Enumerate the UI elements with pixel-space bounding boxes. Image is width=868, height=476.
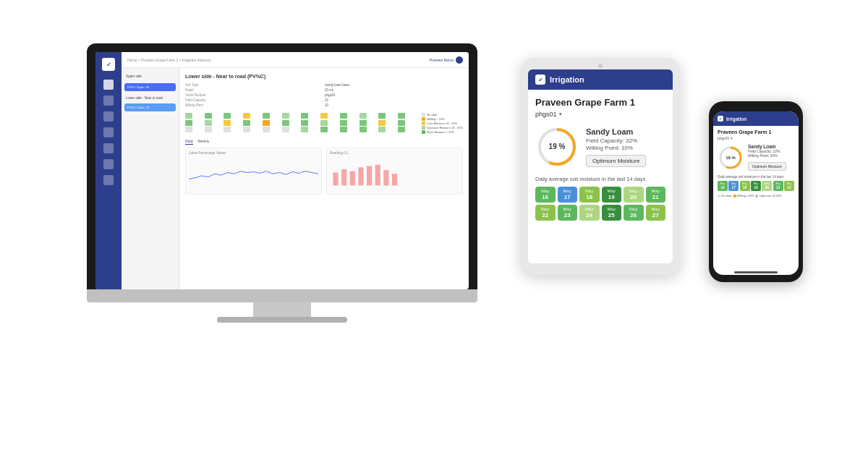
tablet-optimum-btn[interactable]: Optimum Moisture xyxy=(586,155,646,167)
tablet-farm-title: Praveen Grape Farm 1 xyxy=(535,97,665,108)
sidebar-icon-5[interactable] xyxy=(103,143,114,153)
sidebar-icon-2[interactable] xyxy=(103,95,114,106)
imac-bar-chart-box: Readings Di... xyxy=(326,148,463,195)
tablet-day-21[interactable]: May 21 xyxy=(646,187,666,203)
sidebar-icon-3[interactable] xyxy=(103,111,114,122)
tablet-day-18-month: May xyxy=(581,189,598,193)
imac-card-2[interactable]: PV%C Depth: 20 xyxy=(124,103,176,111)
tablet-day-25-month: May xyxy=(603,207,621,211)
cal-cell xyxy=(398,113,405,119)
cal-cell xyxy=(320,127,328,132)
scene: ✓ Home > Praveen Grape Farm 1 > Irrigati… xyxy=(0,0,868,476)
phone-logo: ✓ xyxy=(718,116,723,122)
svg-rect-1 xyxy=(341,169,346,185)
tablet-camera xyxy=(598,64,603,68)
svg-rect-3 xyxy=(358,167,363,185)
phone-day-22[interactable]: May 22 xyxy=(784,181,794,191)
tablet-day-27[interactable]: May 27 xyxy=(646,205,666,221)
cal-cell xyxy=(205,120,212,126)
legend-item-less: Less Moisture 10 - 16% xyxy=(422,122,463,125)
imac-line-chart-box: Latest Percentage Values xyxy=(185,148,322,195)
cal-cell xyxy=(263,113,270,119)
tablet-content: Praveen Grape Farm 1 phgs01 ▾ xyxy=(528,90,673,228)
phone-day-19[interactable]: May 19 xyxy=(751,181,761,191)
phone-legend-label-wilting: Wilting <10% xyxy=(737,194,754,197)
tablet-logo-check: ✓ xyxy=(538,77,543,83)
legend-label-less: Less Moisture 10 - 16% xyxy=(427,122,457,125)
imac-tab-upper[interactable]: Upper side xyxy=(124,72,176,80)
phone-day-16[interactable]: May 16 xyxy=(718,181,728,191)
svg-rect-7 xyxy=(392,174,397,185)
legend-label-optimum: Optimum Moisture 16 - 22% xyxy=(427,126,463,129)
phone-legend-wilting: Wilting <10% xyxy=(733,194,754,197)
cal-cell xyxy=(185,120,192,126)
cal-cell xyxy=(263,127,270,132)
tablet-day-23[interactable]: May 23 xyxy=(558,205,578,221)
legend-item-nodata: No data xyxy=(422,113,463,116)
imac-device: ✓ Home > Praveen Grape Farm 1 > Irrigati… xyxy=(87,43,477,323)
tablet-soil-name: Sandy Loam xyxy=(586,127,665,136)
imac-label-depth: Depth xyxy=(185,88,323,92)
tablet-day-18[interactable]: May 18 xyxy=(579,187,600,203)
imac-logo: ✓ xyxy=(102,58,115,71)
phone-topbar: ✓ Irrigation xyxy=(713,111,799,126)
tablet-day-16[interactable]: May 16 xyxy=(535,187,556,203)
imac-sidebar: ✓ xyxy=(95,52,122,289)
tablet-day-19-month: May xyxy=(603,189,621,193)
tablet-day-26-month: May xyxy=(625,207,642,211)
tablet-dropdown[interactable]: phgs01 ▾ xyxy=(535,111,665,118)
cal-cell xyxy=(398,127,405,132)
phone-day-18[interactable]: May 18 xyxy=(740,181,750,191)
imac-line-chart-title: Latest Percentage Values xyxy=(189,151,318,155)
cal-cell xyxy=(301,113,308,119)
tablet-gauge-label: 19 % xyxy=(549,143,566,151)
tablet-dropdown-val: phgs01 xyxy=(535,111,557,118)
tab-daily[interactable]: Daily xyxy=(185,139,193,145)
tablet-logo: ✓ xyxy=(535,75,545,85)
imac-content: Upper side PV%C Depth: 20 Lower side - N… xyxy=(122,68,469,289)
imac-val-soil: sandy loam base xyxy=(325,83,463,87)
phone-screen: ✓ Irrigation Praveen Grape Farm 1 phgs01… xyxy=(713,111,799,275)
tablet-day-26[interactable]: May 26 xyxy=(624,205,644,221)
phone-optimum-btn[interactable]: Optimum Moisture xyxy=(748,162,786,171)
phone-d21-v: 21 xyxy=(774,185,783,190)
sidebar-icon-4[interactable] xyxy=(103,127,114,137)
tablet-soil-info: Sandy Loam Field Capacity: 22% Wilting P… xyxy=(586,127,665,167)
phone-dropdown[interactable]: phgs01 ▾ xyxy=(718,136,794,140)
svg-rect-2 xyxy=(350,171,355,186)
tablet-day-20-month: May xyxy=(625,189,642,193)
cal-cell xyxy=(224,113,231,119)
tablet-day-23-month: May xyxy=(559,207,576,211)
tablet-day-17[interactable]: May 17 xyxy=(558,187,578,203)
tab-weekly[interactable]: Weekly xyxy=(197,139,209,145)
sidebar-icon-7[interactable] xyxy=(103,175,114,185)
tablet-day-20[interactable]: May 20 xyxy=(624,187,644,203)
tablet-day-19[interactable]: May 19 xyxy=(602,187,622,203)
phone-day-21[interactable]: May 21 xyxy=(773,181,783,191)
tablet-day-22[interactable]: May 22 xyxy=(535,205,556,221)
phone-soil-info: Sandy Loam Field Capacity: 22% Wilting P… xyxy=(748,144,794,171)
phone-day-20[interactable]: May 20 xyxy=(762,181,772,191)
imac-legend: No data Wilting < 10% Less Moisture 10 -… xyxy=(422,113,463,135)
cal-cell xyxy=(340,120,347,126)
imac-val-fc: 22 xyxy=(325,98,463,102)
imac-tab-lower[interactable]: Lower side - Near to road xyxy=(124,94,176,102)
phone-farm-title: Praveen Grape Farm 1 xyxy=(718,129,794,135)
sidebar-icon-1[interactable] xyxy=(103,80,114,90)
tablet-day-25[interactable]: May 25 xyxy=(602,205,622,221)
cal-cell xyxy=(301,127,308,132)
phone-soil-row: 19 % Sandy Loam Field Capacity: 22% Wilt… xyxy=(718,144,794,171)
phone-wilting-point: Wilting Point: 10% xyxy=(748,153,794,158)
tablet-device: ✓ Irrigation Praveen Grape Farm 1 phgs01… xyxy=(521,58,680,275)
legend-dot-optimum xyxy=(422,126,425,129)
imac-user: Praveen Narve xyxy=(430,56,463,64)
phone-moisture-gauge: 19 % xyxy=(718,145,744,171)
phone-day-17[interactable]: May 17 xyxy=(728,181,739,191)
tablet-day-24[interactable]: May 24 xyxy=(579,205,600,221)
cal-cell xyxy=(282,113,289,119)
imac-card-1[interactable]: PV%C Depth: 20 xyxy=(124,83,176,91)
sidebar-icon-6[interactable] xyxy=(103,159,114,169)
cal-cell xyxy=(378,127,386,132)
phone-legend-dot-nodata xyxy=(718,195,720,197)
tablet-app-title: Irrigation xyxy=(550,75,584,84)
